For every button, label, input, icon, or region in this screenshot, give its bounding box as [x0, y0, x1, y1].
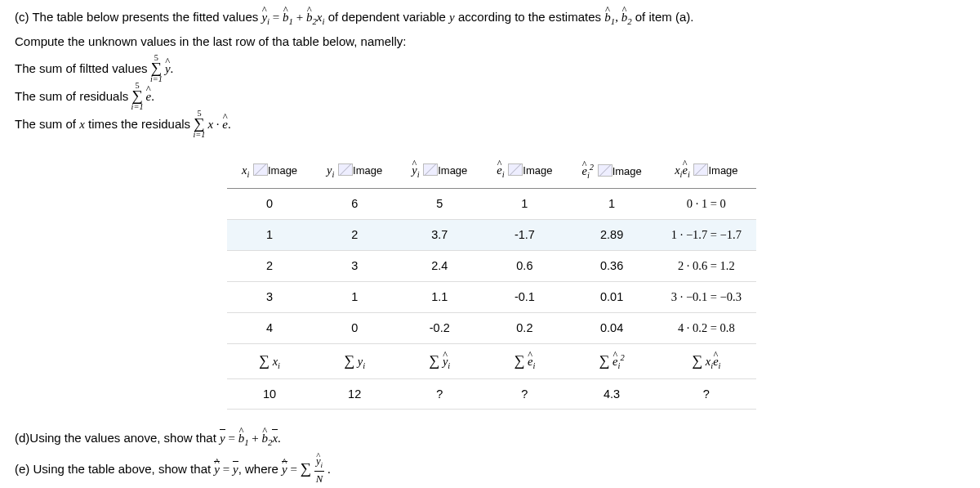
sum-cell-xiei: ? — [657, 378, 756, 409]
image-icon — [423, 163, 438, 176]
cell-xiei: 0 · 1 = 0 — [657, 188, 756, 219]
sum-cell-xi: 10 — [227, 378, 312, 409]
table-row: 232.40.60.362 · 0.6 = 1.2 — [227, 250, 756, 281]
table-row: 065110 · 1 = 0 — [227, 188, 756, 219]
cell-xiei: 2 · 0.6 = 1.2 — [657, 250, 756, 281]
cell-xi: 4 — [227, 312, 312, 343]
sumfit-prefix: The sum of filtted values — [15, 61, 151, 75]
cell-yi: 3 — [312, 250, 397, 281]
cell-xi: 3 — [227, 281, 312, 312]
sumres-prefix: The sum of residuals — [15, 89, 131, 103]
cell-xi: 2 — [227, 250, 312, 281]
header-row: xi Image yi Image yi Image ei Image ei2 … — [227, 154, 756, 188]
image-icon — [508, 163, 523, 176]
image-icon — [338, 163, 353, 176]
cell-ei: 1 — [482, 188, 567, 219]
image-icon — [253, 163, 268, 176]
sum-label-row: ∑ xi∑ yi∑ yi∑ ei∑ ei2∑ xiei — [227, 343, 756, 378]
sum-label-cell: ∑ yi — [312, 343, 397, 378]
cell-yi: 0 — [312, 312, 397, 343]
sum-label-cell: ∑ ei — [482, 343, 567, 378]
sum-label-cell: ∑ xi — [227, 343, 312, 378]
cell-ei2: 1 — [567, 188, 656, 219]
cell-ei2: 0.01 — [567, 281, 656, 312]
cell-xi: 0 — [227, 188, 312, 219]
col-xiei: xiei Image — [657, 154, 756, 188]
col-ehat2: ei2 Image — [567, 154, 656, 188]
sum-cell-ei2: 4.3 — [567, 378, 656, 409]
sum-fitted-line: The sum of filtted values ∑5i=1 y. — [15, 56, 965, 79]
cell-ei2: 0.36 — [567, 250, 656, 281]
cell-yi: 6 — [312, 188, 397, 219]
cell-ei: -0.1 — [482, 281, 567, 312]
part-c-line2: Compute the unknown values in the last r… — [15, 33, 965, 51]
cell-yhat: 5 — [397, 188, 482, 219]
cell-ei: 0.6 — [482, 250, 567, 281]
sum-label-cell: ∑ yi — [397, 343, 482, 378]
part-d-line: (d)Using the values anove, show that y =… — [15, 429, 965, 449]
col-xi: xi Image — [227, 154, 312, 188]
data-table: xi Image yi Image yi Image ei Image ei2 … — [227, 154, 756, 410]
col-ehat: ei Image — [482, 154, 567, 188]
cell-yi: 2 — [312, 219, 397, 250]
e-mid: , where — [238, 462, 282, 476]
c-prefix: (c) The table below presents the fitted … — [15, 10, 261, 24]
data-table-wrap: xi Image yi Image yi Image ei Image ei2 … — [227, 154, 965, 410]
col-yi: yi Image — [312, 154, 397, 188]
cell-ei2: 2.89 — [567, 219, 656, 250]
cell-yhat: 3.7 — [397, 219, 482, 250]
col-yhat: yi Image — [397, 154, 482, 188]
sumxres-prefix: The sum of — [15, 117, 79, 131]
sum-label-cell: ∑ xiei — [657, 343, 756, 378]
sum-xresid-line: The sum of x times the residuals ∑5i=1 x… — [15, 112, 965, 135]
cell-yhat: 2.4 — [397, 250, 482, 281]
c-mid1: of dependent variable — [328, 10, 449, 24]
sum-value-row: 1012??4.3? — [227, 378, 756, 409]
table-row: 123.7-1.72.891 · −1.7 = −1.7 — [227, 219, 756, 250]
table-row: 311.1-0.10.013 · −0.1 = −0.3 — [227, 281, 756, 312]
cell-ei: -1.7 — [482, 219, 567, 250]
c-var-y: y — [449, 11, 455, 24]
cell-xiei: 1 · −1.7 = −1.7 — [657, 219, 756, 250]
image-icon — [598, 164, 612, 177]
sum-cell-yhat: ? — [397, 378, 482, 409]
part-c-line1: (c) The table below presents the fitted … — [15, 8, 965, 28]
sum-cell-yi: 12 — [312, 378, 397, 409]
sumxres-mid: times the residuals — [88, 117, 194, 131]
c-mid2: according to the estimates — [458, 10, 604, 24]
part-e-line: (e) Using the table above, show that y =… — [15, 454, 965, 487]
cell-ei2: 0.04 — [567, 312, 656, 343]
cell-xi: 1 — [227, 219, 312, 250]
cell-yhat: -0.2 — [397, 312, 482, 343]
d-prefix: (d)Using the values anove, show that — [15, 431, 220, 445]
table-row: 40-0.20.20.044 · 0.2 = 0.8 — [227, 312, 756, 343]
cell-xiei: 3 · −0.1 = −0.3 — [657, 281, 756, 312]
cell-ei: 0.2 — [482, 312, 567, 343]
c-suffix: of item (a). — [635, 10, 694, 24]
image-icon — [693, 163, 708, 176]
sum-cell-ei: ? — [482, 378, 567, 409]
e-prefix: (e) Using the table above, show that — [15, 462, 214, 476]
sum-resid-line: The sum of residuals ∑5i=1 e. — [15, 84, 965, 107]
cell-yhat: 1.1 — [397, 281, 482, 312]
sum-label-cell: ∑ ei2 — [567, 343, 656, 378]
cell-yi: 1 — [312, 281, 397, 312]
cell-xiei: 4 · 0.2 = 0.8 — [657, 312, 756, 343]
